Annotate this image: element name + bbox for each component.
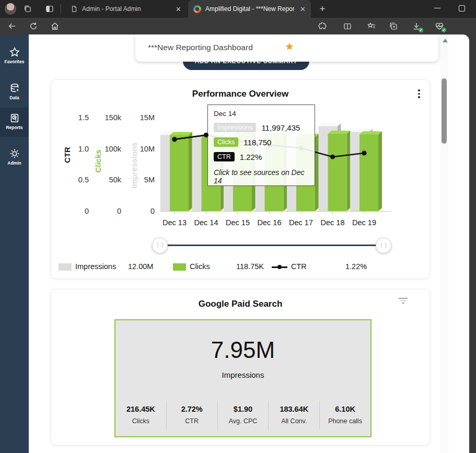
y-axis-tick: 0 [123,207,155,215]
google-metrics-row: 216.45KClicks2.72%CTR$1.90Avg. CPC183.64… [115,401,370,430]
range-slider-left-handle[interactable]: ❘❘ [152,238,168,253]
tab-close-icon[interactable]: ✕ [300,5,306,13]
metric-label: Clicks [115,417,166,425]
report-icon [9,112,20,124]
metric-value: 216.45K [115,405,166,413]
refresh-icon[interactable] [29,21,38,31]
legend-clicks-value: 118.75K [236,262,264,271]
sidebar-item-label: Favorites [0,59,29,69]
google-metric: 2.72%CTR [166,401,217,430]
sidebar-item-favorites[interactable]: Favorites [0,42,29,69]
tooltip-impressions-badge: Impressions [214,123,256,132]
profile-avatar[interactable] [5,3,16,15]
star-icon [9,47,20,58]
essentials-check-badge: ✓ [442,28,446,32]
google-stats-box: 7.95M Impressions 216.45KClicks2.72%CTR$… [114,319,371,437]
gear-icon [9,148,20,159]
scroll-up-arrow[interactable] [443,39,448,42]
dashboard-title: ***New Reporting Dashboard [148,43,253,52]
y-axis-tick: 100k [90,145,121,153]
y-axis-tick: 0 [90,207,121,215]
sidebar-item-label: Data [0,95,29,105]
x-axis-label: Dec 15 [221,218,254,227]
tabstrip-divider [61,4,61,14]
extensions-puzzle-icon[interactable] [318,21,327,31]
card-menu-icon[interactable] [418,89,420,100]
legend-impressions-value: 12.00M [128,262,153,271]
google-paid-search-card: Google Paid Search 7.95M Impressions 216… [51,289,430,446]
filter-icon[interactable] [398,298,408,305]
metric-value: 6.10K [320,405,370,413]
range-slider-right-handle[interactable]: ❘❘ [376,238,391,253]
y-axis-tick: 1.5 [57,113,89,122]
x-axis-label: Dec 18 [316,218,350,227]
card-title: Performance Overview [51,89,429,99]
google-metric: 216.45KClicks [115,401,166,430]
metric-value: 183.64K [269,405,319,413]
favorites-list-icon[interactable] [367,21,376,31]
tooltip-clicks-badge: Clicks [214,137,238,147]
y-axis-tick: 15M [123,113,155,122]
sidebar-item-admin[interactable]: Admin [0,143,29,170]
tab-title: Amplified Digital - ***New Repor [205,5,294,13]
chart-tooltip[interactable]: Dec 14 Impressions11,997,435 Clicks118,7… [207,104,315,186]
tab-title: Admin - Portal Admin [82,5,141,13]
y-axis-tick: 10M [123,145,155,153]
back-icon[interactable] [7,21,17,31]
window-minimize-button[interactable] [427,0,448,16]
legend-ctr-line-swatch[interactable] [272,266,287,268]
new-tab-button[interactable]: + [316,2,329,16]
sidebar-item-label: Admin [0,160,29,170]
page-scrollbar-thumb[interactable] [442,78,447,144]
y-axis-tick: 5M [123,176,155,184]
axis-title-clicks: Clicks [94,149,102,172]
google-metric: 183.64KAll Conv. [268,401,319,430]
window-maximize-button[interactable] [451,0,472,16]
legend-ctr-label[interactable]: CTR [291,262,307,271]
tooltip-impressions-value: 11,997,435 [261,123,300,132]
favorite-dashboard-star-icon[interactable] [285,42,294,51]
split-screen-icon[interactable] [343,21,352,31]
tab-amplified-digital[interactable]: Amplified Digital - ***New Repor ✕ [188,0,311,18]
x-axis-label: Dec 14 [190,218,223,227]
downloads-icon[interactable]: ✓ [412,21,421,31]
legend-impressions-label[interactable]: Impressions [75,262,116,271]
legend-clicks-label[interactable]: Clicks [190,262,210,271]
sidebar-item-reports[interactable]: Reports [0,108,29,137]
tooltip-clicks-value: 118,750 [243,138,271,147]
dashboard-header-bar: ***New Reporting Dashboard [135,34,438,62]
tab-actions-icon[interactable] [45,4,54,14]
workspaces-icon[interactable] [23,4,32,14]
google-main-label: Impressions [115,370,370,379]
legend-clicks-swatch[interactable] [173,263,186,271]
tab-strip: Admin - Portal Admin ✕ Amplified Digital… [0,0,476,18]
sidebar-item-label: Reports [0,125,29,135]
legend-impressions-swatch[interactable] [59,263,72,271]
range-slider-track[interactable] [159,245,383,246]
metric-value: $1.90 [218,405,269,413]
database-icon [9,83,20,94]
y-axis-tick: 150k [90,113,121,122]
google-main-value: 7.95M [115,337,370,363]
app-sidebar: Favorites Data Reports Admin [0,34,29,453]
metric-label: Avg. CPC [218,417,269,425]
x-axis-label: Dec 13 [158,218,191,227]
x-axis-label: Dec 19 [347,218,381,227]
y-axis-tick: 50k [90,176,121,184]
sidebar-item-data[interactable]: Data [0,78,29,105]
browser-essentials-icon[interactable]: ✓ [435,21,444,31]
google-metric: $1.90Avg. CPC [217,401,269,430]
page-favicon-icon [71,5,78,13]
metric-label: All Conv. [269,417,319,425]
download-check-badge: ✓ [419,28,423,32]
card-title: Google Paid Search [51,299,429,309]
tab-admin-portal[interactable]: Admin - Portal Admin ✕ [65,0,187,18]
metric-label: Phone calls [320,417,370,425]
browser-toolbar: https://login.amplifiedreports.com/clien… [0,18,476,34]
home-icon[interactable] [50,21,60,31]
y-axis-tick: 0 [57,207,89,215]
collections-icon[interactable] [389,21,398,31]
metric-value: 2.72% [167,405,217,413]
tab-close-icon[interactable]: ✕ [176,5,181,13]
x-axis-label: Dec 16 [253,218,286,227]
